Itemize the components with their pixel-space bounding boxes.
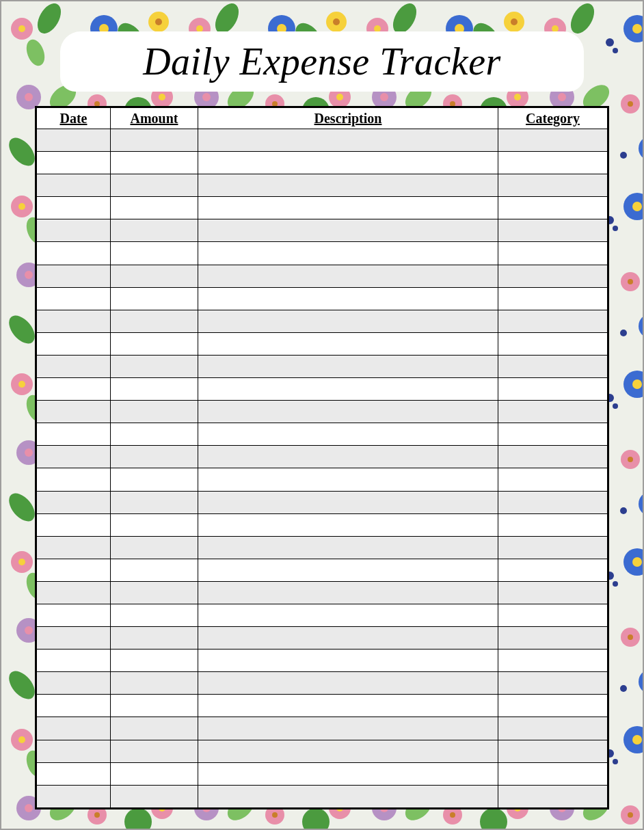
cell-category[interactable] — [498, 129, 608, 152]
cell-date[interactable] — [37, 423, 111, 446]
cell-amount[interactable] — [111, 265, 198, 287]
cell-date[interactable] — [37, 355, 111, 377]
cell-date[interactable] — [37, 695, 111, 717]
cell-date[interactable] — [37, 717, 111, 740]
cell-amount[interactable] — [111, 491, 198, 513]
cell-date[interactable] — [37, 627, 111, 650]
cell-category[interactable] — [498, 785, 608, 807]
cell-amount[interactable] — [111, 355, 198, 377]
cell-description[interactable] — [198, 740, 498, 762]
cell-category[interactable] — [498, 695, 608, 717]
cell-date[interactable] — [37, 332, 111, 355]
cell-category[interactable] — [498, 513, 608, 536]
cell-amount[interactable] — [111, 468, 198, 491]
cell-amount[interactable] — [111, 446, 198, 468]
cell-amount[interactable] — [111, 785, 198, 807]
cell-category[interactable] — [498, 581, 608, 604]
cell-description[interactable] — [198, 446, 498, 468]
cell-category[interactable] — [498, 672, 608, 695]
cell-amount[interactable] — [111, 717, 198, 740]
cell-category[interactable] — [498, 355, 608, 377]
cell-description[interactable] — [198, 242, 498, 265]
cell-description[interactable] — [198, 378, 498, 401]
cell-date[interactable] — [37, 152, 111, 174]
cell-amount[interactable] — [111, 627, 198, 650]
cell-description[interactable] — [198, 513, 498, 536]
cell-amount[interactable] — [111, 604, 198, 626]
cell-description[interactable] — [198, 559, 498, 581]
cell-category[interactable] — [498, 740, 608, 762]
cell-description[interactable] — [198, 468, 498, 491]
cell-date[interactable] — [37, 604, 111, 626]
cell-description[interactable] — [198, 785, 498, 807]
cell-date[interactable] — [37, 219, 111, 242]
cell-date[interactable] — [37, 559, 111, 581]
cell-date[interactable] — [37, 650, 111, 672]
cell-description[interactable] — [198, 310, 498, 332]
cell-amount[interactable] — [111, 536, 198, 559]
cell-description[interactable] — [198, 287, 498, 310]
cell-date[interactable] — [37, 785, 111, 807]
cell-description[interactable] — [198, 491, 498, 513]
cell-amount[interactable] — [111, 559, 198, 581]
cell-description[interactable] — [198, 604, 498, 626]
cell-category[interactable] — [498, 265, 608, 287]
cell-category[interactable] — [498, 604, 608, 626]
cell-amount[interactable] — [111, 332, 198, 355]
cell-amount[interactable] — [111, 197, 198, 219]
cell-date[interactable] — [37, 242, 111, 265]
cell-date[interactable] — [37, 310, 111, 332]
cell-category[interactable] — [498, 152, 608, 174]
cell-date[interactable] — [37, 401, 111, 423]
cell-amount[interactable] — [111, 762, 198, 785]
cell-description[interactable] — [198, 762, 498, 785]
cell-amount[interactable] — [111, 152, 198, 174]
cell-description[interactable] — [198, 536, 498, 559]
cell-category[interactable] — [498, 468, 608, 491]
cell-category[interactable] — [498, 627, 608, 650]
cell-amount[interactable] — [111, 129, 198, 152]
cell-date[interactable] — [37, 265, 111, 287]
cell-date[interactable] — [37, 581, 111, 604]
cell-date[interactable] — [37, 197, 111, 219]
cell-category[interactable] — [498, 332, 608, 355]
cell-date[interactable] — [37, 491, 111, 513]
cell-amount[interactable] — [111, 219, 198, 242]
cell-category[interactable] — [498, 310, 608, 332]
cell-description[interactable] — [198, 197, 498, 219]
cell-category[interactable] — [498, 174, 608, 197]
cell-category[interactable] — [498, 287, 608, 310]
cell-date[interactable] — [37, 536, 111, 559]
cell-amount[interactable] — [111, 513, 198, 536]
cell-amount[interactable] — [111, 310, 198, 332]
cell-description[interactable] — [198, 219, 498, 242]
cell-category[interactable] — [498, 219, 608, 242]
cell-date[interactable] — [37, 378, 111, 401]
cell-category[interactable] — [498, 717, 608, 740]
cell-amount[interactable] — [111, 695, 198, 717]
cell-date[interactable] — [37, 513, 111, 536]
cell-amount[interactable] — [111, 378, 198, 401]
cell-date[interactable] — [37, 129, 111, 152]
cell-description[interactable] — [198, 650, 498, 672]
cell-date[interactable] — [37, 762, 111, 785]
cell-category[interactable] — [498, 197, 608, 219]
cell-amount[interactable] — [111, 740, 198, 762]
cell-category[interactable] — [498, 536, 608, 559]
cell-amount[interactable] — [111, 287, 198, 310]
cell-description[interactable] — [198, 174, 498, 197]
cell-date[interactable] — [37, 287, 111, 310]
cell-description[interactable] — [198, 695, 498, 717]
cell-description[interactable] — [198, 423, 498, 446]
cell-description[interactable] — [198, 265, 498, 287]
cell-description[interactable] — [198, 355, 498, 377]
cell-description[interactable] — [198, 129, 498, 152]
cell-category[interactable] — [498, 378, 608, 401]
cell-category[interactable] — [498, 491, 608, 513]
cell-category[interactable] — [498, 559, 608, 581]
cell-amount[interactable] — [111, 650, 198, 672]
cell-amount[interactable] — [111, 423, 198, 446]
cell-category[interactable] — [498, 650, 608, 672]
cell-amount[interactable] — [111, 174, 198, 197]
cell-amount[interactable] — [111, 242, 198, 265]
